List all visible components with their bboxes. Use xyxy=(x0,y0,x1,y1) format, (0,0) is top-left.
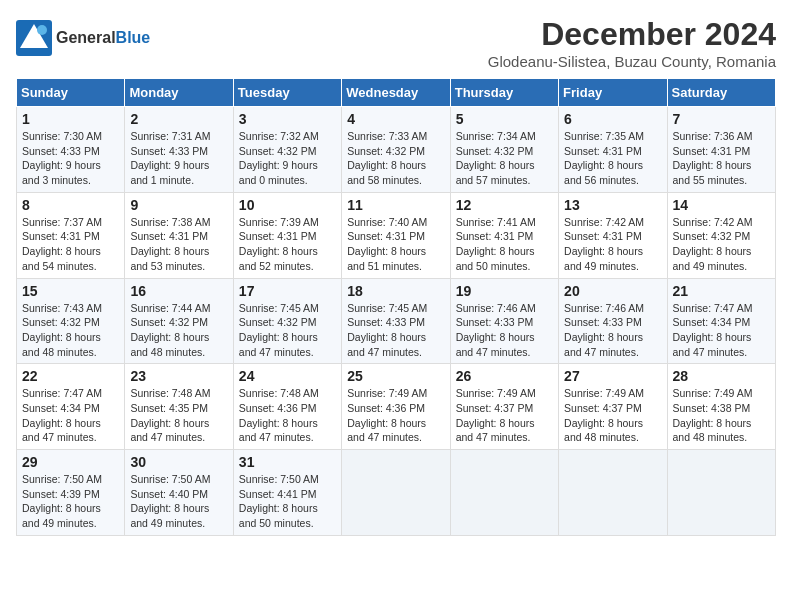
header-row: SundayMondayTuesdayWednesdayThursdayFrid… xyxy=(17,79,776,107)
calendar-cell: 25Sunrise: 7:49 AMSunset: 4:36 PMDayligh… xyxy=(342,364,450,450)
day-number: 16 xyxy=(130,283,227,299)
day-info: Sunrise: 7:49 AMSunset: 4:37 PMDaylight:… xyxy=(564,386,661,445)
day-info: Sunrise: 7:32 AMSunset: 4:32 PMDaylight:… xyxy=(239,129,336,188)
weekday-header: Sunday xyxy=(17,79,125,107)
day-info: Sunrise: 7:46 AMSunset: 4:33 PMDaylight:… xyxy=(456,301,553,360)
calendar-cell: 3Sunrise: 7:32 AMSunset: 4:32 PMDaylight… xyxy=(233,107,341,193)
day-info: Sunrise: 7:46 AMSunset: 4:33 PMDaylight:… xyxy=(564,301,661,360)
calendar-cell: 27Sunrise: 7:49 AMSunset: 4:37 PMDayligh… xyxy=(559,364,667,450)
day-number: 21 xyxy=(673,283,770,299)
calendar-cell xyxy=(450,450,558,536)
calendar-cell: 30Sunrise: 7:50 AMSunset: 4:40 PMDayligh… xyxy=(125,450,233,536)
day-info: Sunrise: 7:42 AMSunset: 4:32 PMDaylight:… xyxy=(673,215,770,274)
title-area: December 2024 Glodeanu-Silistea, Buzau C… xyxy=(488,16,776,70)
weekday-header: Tuesday xyxy=(233,79,341,107)
day-info: Sunrise: 7:44 AMSunset: 4:32 PMDaylight:… xyxy=(130,301,227,360)
calendar-week-row: 1Sunrise: 7:30 AMSunset: 4:33 PMDaylight… xyxy=(17,107,776,193)
day-info: Sunrise: 7:41 AMSunset: 4:31 PMDaylight:… xyxy=(456,215,553,274)
day-info: Sunrise: 7:49 AMSunset: 4:38 PMDaylight:… xyxy=(673,386,770,445)
day-info: Sunrise: 7:49 AMSunset: 4:37 PMDaylight:… xyxy=(456,386,553,445)
day-info: Sunrise: 7:39 AMSunset: 4:31 PMDaylight:… xyxy=(239,215,336,274)
day-number: 12 xyxy=(456,197,553,213)
calendar-cell: 31Sunrise: 7:50 AMSunset: 4:41 PMDayligh… xyxy=(233,450,341,536)
calendar-cell xyxy=(342,450,450,536)
day-number: 3 xyxy=(239,111,336,127)
calendar-body: 1Sunrise: 7:30 AMSunset: 4:33 PMDaylight… xyxy=(17,107,776,536)
weekday-header: Saturday xyxy=(667,79,775,107)
day-info: Sunrise: 7:43 AMSunset: 4:32 PMDaylight:… xyxy=(22,301,119,360)
calendar-cell: 26Sunrise: 7:49 AMSunset: 4:37 PMDayligh… xyxy=(450,364,558,450)
day-info: Sunrise: 7:45 AMSunset: 4:32 PMDaylight:… xyxy=(239,301,336,360)
calendar-week-row: 29Sunrise: 7:50 AMSunset: 4:39 PMDayligh… xyxy=(17,450,776,536)
calendar-cell: 11Sunrise: 7:40 AMSunset: 4:31 PMDayligh… xyxy=(342,192,450,278)
day-number: 2 xyxy=(130,111,227,127)
day-number: 25 xyxy=(347,368,444,384)
day-number: 24 xyxy=(239,368,336,384)
day-number: 11 xyxy=(347,197,444,213)
calendar-cell: 12Sunrise: 7:41 AMSunset: 4:31 PMDayligh… xyxy=(450,192,558,278)
calendar-cell: 28Sunrise: 7:49 AMSunset: 4:38 PMDayligh… xyxy=(667,364,775,450)
day-info: Sunrise: 7:42 AMSunset: 4:31 PMDaylight:… xyxy=(564,215,661,274)
day-number: 22 xyxy=(22,368,119,384)
calendar-cell xyxy=(559,450,667,536)
day-info: Sunrise: 7:40 AMSunset: 4:31 PMDaylight:… xyxy=(347,215,444,274)
calendar-cell: 21Sunrise: 7:47 AMSunset: 4:34 PMDayligh… xyxy=(667,278,775,364)
day-number: 5 xyxy=(456,111,553,127)
calendar-cell: 23Sunrise: 7:48 AMSunset: 4:35 PMDayligh… xyxy=(125,364,233,450)
calendar-cell: 10Sunrise: 7:39 AMSunset: 4:31 PMDayligh… xyxy=(233,192,341,278)
calendar-cell: 13Sunrise: 7:42 AMSunset: 4:31 PMDayligh… xyxy=(559,192,667,278)
day-number: 19 xyxy=(456,283,553,299)
day-info: Sunrise: 7:37 AMSunset: 4:31 PMDaylight:… xyxy=(22,215,119,274)
calendar-cell: 15Sunrise: 7:43 AMSunset: 4:32 PMDayligh… xyxy=(17,278,125,364)
day-info: Sunrise: 7:30 AMSunset: 4:33 PMDaylight:… xyxy=(22,129,119,188)
day-number: 15 xyxy=(22,283,119,299)
day-info: Sunrise: 7:50 AMSunset: 4:41 PMDaylight:… xyxy=(239,472,336,531)
calendar-header: SundayMondayTuesdayWednesdayThursdayFrid… xyxy=(17,79,776,107)
calendar-cell: 1Sunrise: 7:30 AMSunset: 4:33 PMDaylight… xyxy=(17,107,125,193)
calendar-cell: 22Sunrise: 7:47 AMSunset: 4:34 PMDayligh… xyxy=(17,364,125,450)
day-number: 31 xyxy=(239,454,336,470)
calendar-week-row: 15Sunrise: 7:43 AMSunset: 4:32 PMDayligh… xyxy=(17,278,776,364)
calendar-cell: 2Sunrise: 7:31 AMSunset: 4:33 PMDaylight… xyxy=(125,107,233,193)
day-number: 4 xyxy=(347,111,444,127)
logo-blue: Blue xyxy=(116,29,151,46)
header: GeneralBlue December 2024 Glodeanu-Silis… xyxy=(16,16,776,70)
day-info: Sunrise: 7:45 AMSunset: 4:33 PMDaylight:… xyxy=(347,301,444,360)
day-info: Sunrise: 7:49 AMSunset: 4:36 PMDaylight:… xyxy=(347,386,444,445)
calendar-cell: 4Sunrise: 7:33 AMSunset: 4:32 PMDaylight… xyxy=(342,107,450,193)
calendar-cell: 19Sunrise: 7:46 AMSunset: 4:33 PMDayligh… xyxy=(450,278,558,364)
svg-point-2 xyxy=(37,25,47,35)
day-number: 30 xyxy=(130,454,227,470)
calendar-cell: 17Sunrise: 7:45 AMSunset: 4:32 PMDayligh… xyxy=(233,278,341,364)
calendar-week-row: 8Sunrise: 7:37 AMSunset: 4:31 PMDaylight… xyxy=(17,192,776,278)
day-number: 10 xyxy=(239,197,336,213)
day-number: 14 xyxy=(673,197,770,213)
day-info: Sunrise: 7:36 AMSunset: 4:31 PMDaylight:… xyxy=(673,129,770,188)
calendar-cell: 14Sunrise: 7:42 AMSunset: 4:32 PMDayligh… xyxy=(667,192,775,278)
calendar-cell: 29Sunrise: 7:50 AMSunset: 4:39 PMDayligh… xyxy=(17,450,125,536)
calendar-cell: 5Sunrise: 7:34 AMSunset: 4:32 PMDaylight… xyxy=(450,107,558,193)
day-info: Sunrise: 7:34 AMSunset: 4:32 PMDaylight:… xyxy=(456,129,553,188)
day-info: Sunrise: 7:31 AMSunset: 4:33 PMDaylight:… xyxy=(130,129,227,188)
calendar-cell: 20Sunrise: 7:46 AMSunset: 4:33 PMDayligh… xyxy=(559,278,667,364)
location-title: Glodeanu-Silistea, Buzau County, Romania xyxy=(488,53,776,70)
logo: GeneralBlue xyxy=(16,20,150,56)
calendar-cell xyxy=(667,450,775,536)
calendar-cell: 16Sunrise: 7:44 AMSunset: 4:32 PMDayligh… xyxy=(125,278,233,364)
logo-icon xyxy=(16,20,52,56)
day-number: 20 xyxy=(564,283,661,299)
calendar-cell: 9Sunrise: 7:38 AMSunset: 4:31 PMDaylight… xyxy=(125,192,233,278)
day-number: 1 xyxy=(22,111,119,127)
day-number: 7 xyxy=(673,111,770,127)
day-info: Sunrise: 7:50 AMSunset: 4:40 PMDaylight:… xyxy=(130,472,227,531)
calendar-cell: 7Sunrise: 7:36 AMSunset: 4:31 PMDaylight… xyxy=(667,107,775,193)
logo-general: General xyxy=(56,29,116,46)
day-number: 18 xyxy=(347,283,444,299)
day-info: Sunrise: 7:48 AMSunset: 4:35 PMDaylight:… xyxy=(130,386,227,445)
day-number: 13 xyxy=(564,197,661,213)
weekday-header: Wednesday xyxy=(342,79,450,107)
calendar: SundayMondayTuesdayWednesdayThursdayFrid… xyxy=(16,78,776,536)
day-number: 23 xyxy=(130,368,227,384)
calendar-cell: 24Sunrise: 7:48 AMSunset: 4:36 PMDayligh… xyxy=(233,364,341,450)
day-info: Sunrise: 7:38 AMSunset: 4:31 PMDaylight:… xyxy=(130,215,227,274)
